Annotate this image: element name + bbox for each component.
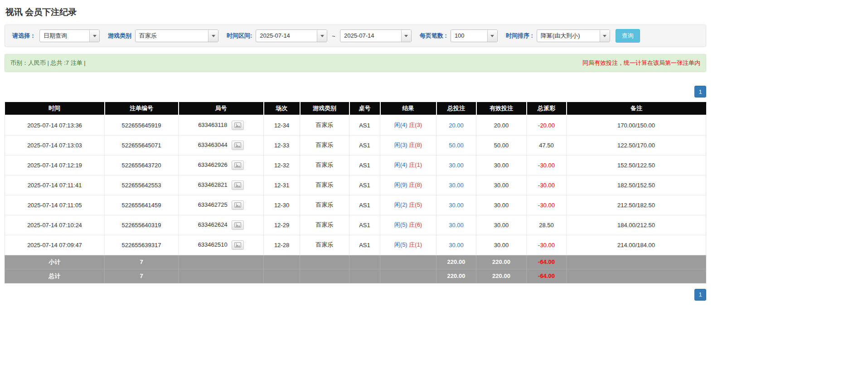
total-count: 7 — [105, 269, 179, 283]
cell-time: 2025-07-14 07:13:03 — [5, 135, 105, 155]
cell-valid-bet: 30.00 — [476, 175, 527, 195]
pagination-bottom: 1 — [5, 289, 706, 301]
col-game-type: 游戏类别 — [300, 102, 349, 115]
cell-payout: -30.00 — [527, 195, 567, 215]
cell-round-id: 633463044 — [179, 135, 264, 155]
replay-button[interactable] — [232, 121, 244, 130]
cell-empty — [264, 269, 300, 283]
cell-bet-id: 522655640319 — [105, 215, 179, 235]
table-row: 2025-07-14 07:13:03 522655645071 6334630… — [5, 135, 706, 155]
range-separator: ~ — [331, 33, 336, 39]
date-from-picker[interactable]: 2025-07-14 — [256, 29, 327, 42]
cell-empty — [380, 255, 436, 269]
chevron-down-icon[interactable] — [89, 30, 99, 42]
cell-total-bet[interactable]: 20.00 — [436, 115, 476, 135]
page-1-button[interactable]: 1 — [694, 86, 706, 97]
per-page-select[interactable]: 100 — [451, 29, 498, 42]
col-table-no: 桌号 — [349, 102, 380, 115]
replay-button[interactable] — [232, 161, 244, 170]
col-valid-bet: 有效投注 — [476, 102, 527, 115]
result-player: 闲(2) — [394, 201, 407, 208]
table-row: 2025-07-14 07:12:19 522655643720 6334629… — [5, 155, 706, 175]
cell-result: 闲(5) 庄(1) — [380, 235, 436, 255]
currency-total-text: 币别：人民币 | 总共 :7 注单 | — [10, 59, 86, 67]
cell-session: 12-33 — [264, 135, 300, 155]
cell-valid-bet: 20.00 — [476, 115, 527, 135]
result-player: 闲(5) — [394, 241, 407, 248]
sort-order-select[interactable]: 降冪(由大到小) — [537, 29, 610, 42]
main-container: 视讯 会员下注纪录 请选择： 日期查询 游戏类别 百家乐 时间区间: 2025-… — [5, 0, 706, 301]
cell-result: 闲(4) 庄(3) — [380, 115, 436, 135]
summary-bar: 币别：人民币 | 总共 :7 注单 | 同局有效投注，统一计算在该局第一张注单内 — [5, 54, 706, 72]
chevron-down-icon[interactable] — [317, 30, 327, 42]
cell-table-no: AS1 — [349, 135, 380, 155]
result-banker: 庄(6) — [409, 221, 422, 228]
col-result: 结果 — [380, 102, 436, 115]
cell-total-bet[interactable]: 30.00 — [436, 155, 476, 175]
replay-button[interactable] — [232, 180, 244, 190]
cell-total-bet[interactable]: 30.00 — [436, 235, 476, 255]
cell-bet-id: 522655639317 — [105, 235, 179, 255]
result-player: 闲(4) — [394, 161, 407, 168]
cell-valid-bet: 30.00 — [476, 195, 527, 215]
cell-total-bet[interactable]: 50.00 — [436, 135, 476, 155]
game-type-value: 百家乐 — [136, 30, 208, 42]
cell-game-type: 百家乐 — [300, 135, 349, 155]
col-payout: 总派彩 — [527, 102, 567, 115]
round-id-value: 633462510 — [198, 241, 228, 248]
col-total-bet: 总投注 — [436, 102, 476, 115]
cell-table-no: AS1 — [349, 115, 380, 135]
cell-remark: 122.50/170.00 — [567, 135, 706, 155]
table-row: 2025-07-14 07:10:24 522655640319 6334626… — [5, 215, 706, 235]
search-button[interactable]: 查询 — [616, 29, 640, 43]
chevron-down-icon[interactable] — [208, 30, 218, 42]
result-banker: 庄(8) — [409, 181, 422, 188]
page-1-button[interactable]: 1 — [694, 289, 706, 301]
cell-session: 12-31 — [264, 175, 300, 195]
cell-empty — [179, 269, 264, 283]
cell-empty — [300, 269, 349, 283]
cell-table-no: AS1 — [349, 195, 380, 215]
cell-result: 闲(3) 庄(8) — [380, 135, 436, 155]
chevron-down-icon[interactable] — [401, 30, 411, 42]
game-type-label: 游戏类别 — [108, 32, 131, 40]
cell-total-bet[interactable]: 30.00 — [436, 215, 476, 235]
cell-table-no: AS1 — [349, 235, 380, 255]
cell-payout: 28.50 — [527, 215, 567, 235]
col-round-id: 局号 — [179, 102, 264, 115]
cell-time: 2025-07-14 07:12:19 — [5, 155, 105, 175]
round-id-value: 633462624 — [198, 221, 228, 228]
cell-empty — [380, 269, 436, 283]
query-type-select[interactable]: 日期查询 — [39, 29, 100, 42]
cell-total-bet[interactable]: 30.00 — [436, 175, 476, 195]
cell-remark: 184.00/212.50 — [567, 215, 706, 235]
replay-button[interactable] — [232, 141, 244, 150]
total-payout: -64.00 — [527, 269, 567, 283]
round-id-value: 633462926 — [198, 161, 228, 168]
replay-button[interactable] — [232, 200, 244, 210]
round-id-value: 633463044 — [198, 141, 228, 148]
chevron-down-icon[interactable] — [487, 30, 497, 42]
cell-game-type: 百家乐 — [300, 235, 349, 255]
result-player: 闲(5) — [394, 221, 407, 228]
cell-remark: 152.50/122.50 — [567, 155, 706, 175]
replay-button[interactable] — [232, 220, 244, 230]
date-to-picker[interactable]: 2025-07-14 — [340, 29, 412, 42]
chevron-down-icon[interactable] — [600, 30, 610, 42]
per-page-value: 100 — [451, 30, 487, 42]
game-type-select[interactable]: 百家乐 — [135, 29, 218, 42]
cell-remark: 214.00/184.00 — [567, 235, 706, 255]
video-replay-icon — [234, 242, 241, 248]
subtotal-valid-bet: 220.00 — [476, 255, 527, 269]
per-page-label: 每页笔数 : — [420, 32, 447, 40]
cell-session: 12-32 — [264, 155, 300, 175]
cell-empty — [300, 255, 349, 269]
cell-total-bet[interactable]: 30.00 — [436, 195, 476, 215]
replay-button[interactable] — [232, 240, 244, 250]
cell-payout: -30.00 — [527, 155, 567, 175]
col-time: 时间 — [5, 102, 105, 115]
cell-table-no: AS1 — [349, 215, 380, 235]
video-replay-icon — [234, 182, 241, 188]
query-type-value: 日期查询 — [40, 30, 89, 42]
cell-time: 2025-07-14 07:09:47 — [5, 235, 105, 255]
